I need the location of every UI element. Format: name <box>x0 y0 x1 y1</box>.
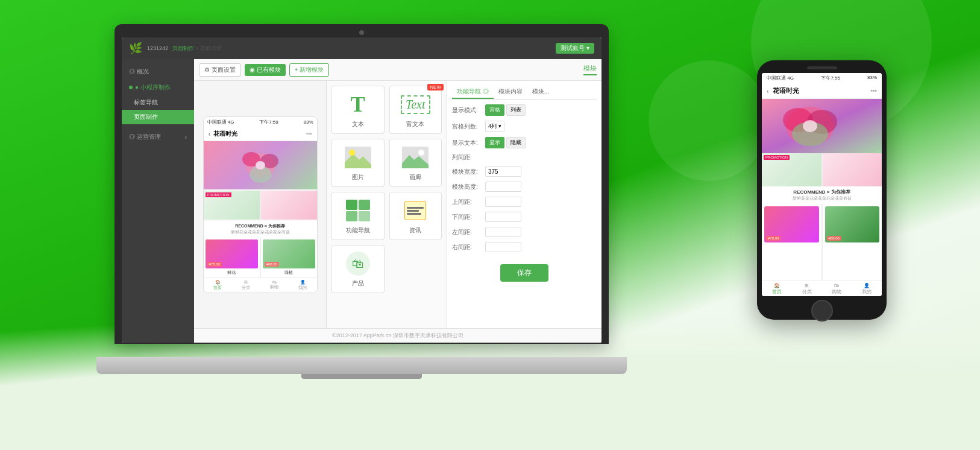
phone-product-cell-1[interactable]: ¥78.00 <box>762 204 821 280</box>
sidebar-section-ops[interactable]: ◎ 运营管理 › <box>122 129 194 145</box>
show-btn[interactable]: 显示 <box>485 137 504 148</box>
cols-select-box[interactable]: 4列 ▾ <box>485 121 504 132</box>
product-bag: 🛍 <box>346 252 370 276</box>
margin-top-input[interactable] <box>485 197 521 207</box>
hide-btn[interactable]: 隐藏 <box>506 137 526 148</box>
preview-tab-me[interactable]: 👤我的 <box>289 280 317 291</box>
product-img-2: ¥68.00 <box>263 239 315 268</box>
page-setting-button[interactable]: ⚙ 页面设置 <box>199 63 241 77</box>
add-module-button[interactable]: + 新增模块 <box>289 63 330 77</box>
account-button[interactable]: 测试账号 ▾ <box>556 43 594 54</box>
footer-text: ©2012-2017 AppPark.cn 深圳市数字天承科技有限公司 <box>332 332 463 340</box>
phone-tab-me[interactable]: 👤我的 <box>852 283 882 295</box>
preview-carrier: 中国联通 4G <box>207 119 234 125</box>
richtext-label: 富文本 <box>406 120 424 128</box>
product-icon: 🛍 <box>345 250 371 277</box>
preview-back-icon[interactable]: ‹ <box>209 130 211 138</box>
properties-tabs: 功能导航 ◎ 模块内容 模块... <box>452 86 597 100</box>
richtext-icon: Text <box>402 91 429 118</box>
margin-left-input[interactable] <box>485 227 521 237</box>
preview-product-1[interactable]: ¥78.00 鲜花 <box>204 238 260 277</box>
margin-bottom-input[interactable] <box>485 212 521 222</box>
phone-tab-cat[interactable]: ⊞分类 <box>792 283 822 295</box>
phone-preview-panel: 中国联通 4G 下午7:59 83% ‹ 花语时光 ••• <box>194 81 327 328</box>
product-label-1: 鲜花 <box>206 270 258 276</box>
bc-step1[interactable]: 页面制作 <box>172 45 194 51</box>
phone-product-cell-2[interactable]: ¥68.00 <box>823 204 882 280</box>
phone-hero-svg <box>762 99 882 153</box>
svg-point-4 <box>256 161 265 170</box>
product-img-1: ¥78.00 <box>206 239 258 268</box>
sidebar-section-overview[interactable]: ◎ 概况 <box>122 64 194 80</box>
preview-nav-bar: ‹ 花语时光 ••• <box>204 127 317 141</box>
row-spacing-label: 列间距: <box>452 153 485 162</box>
content-area: ⚙ 页面设置 ◉ 已有模块 + 新增模块 模块 <box>194 59 602 343</box>
phone-promo-badge: PROMOTION <box>764 155 790 160</box>
preview-tab-cat[interactable]: ⊞分类 <box>232 280 260 291</box>
module-nav[interactable]: 功能导航 <box>331 192 385 240</box>
text-label: 文本 <box>352 120 364 128</box>
phone-promo-sub: 新鲜花朵花朵花朵花朵花朵有益 <box>767 195 877 201</box>
preview-more-icon: ••• <box>306 131 312 137</box>
phone-tab-home[interactable]: 🏠首页 <box>762 283 792 295</box>
sidebar-item-pages[interactable]: 页面制作 <box>122 110 194 124</box>
grid-cols-label: 宫格列数: <box>452 122 485 131</box>
phone-grid-row: PROMOTION <box>762 153 882 186</box>
display-mode-label: 显示模式: <box>452 106 485 115</box>
list-mode-btn[interactable]: 列表 <box>506 104 526 116</box>
product-label: 产品 <box>352 279 364 288</box>
module-height-label: 模块高度: <box>452 183 485 191</box>
prop-tab-function[interactable]: 功能导航 ◎ <box>452 86 494 99</box>
svg-point-7 <box>349 150 355 156</box>
preview-product-2[interactable]: ¥68.00 绿植 <box>261 238 317 277</box>
phone-grid-cell-1: PROMOTION <box>762 153 821 186</box>
price-tag-1: ¥78.00 <box>207 262 222 267</box>
module-image[interactable]: 图片 <box>331 139 385 187</box>
new-badge: NEW <box>427 84 444 90</box>
sidebar-section-miniapp: ● 小程序制作 <box>122 80 194 95</box>
save-button[interactable]: 保存 <box>500 264 548 282</box>
phone-signal: 83% <box>867 75 877 81</box>
phone-price-1: ¥78.00 <box>766 236 781 241</box>
preview-tab-home[interactable]: 🏠首页 <box>204 280 232 291</box>
grid-mode-btn[interactable]: 宫格 <box>485 104 504 116</box>
bc-step2: 页面详情 <box>200 45 222 51</box>
module-product[interactable]: 🛍 产品 <box>331 245 385 293</box>
module-canvas[interactable]: 画廊 <box>389 139 442 187</box>
phone-status-bar: 中国联通 4G 下午7:55 83% <box>762 73 882 83</box>
phone-home-button[interactable] <box>811 300 833 322</box>
prop-tab-content[interactable]: 模块内容 <box>494 86 527 99</box>
module-height-input[interactable] <box>485 182 521 192</box>
preview-tab-cart[interactable]: 🛍购物 <box>260 280 289 291</box>
app-ui: 🌿 1231242 页面制作 > 页面详情 测试账号 ▾ ◎ 概况 <box>122 37 602 343</box>
module-width-input[interactable] <box>485 166 521 177</box>
laptop: 🌿 1231242 页面制作 > 页面详情 测试账号 ▾ ◎ 概况 <box>115 24 609 386</box>
module-news[interactable]: 资讯 <box>389 192 442 240</box>
preview-title: 花语时光 <box>213 130 237 138</box>
laptop-frame: 🌿 1231242 页面制作 > 页面详情 测试账号 ▾ ◎ 概况 <box>115 24 609 344</box>
text-icon: T <box>345 91 371 118</box>
phone-back-icon[interactable]: ‹ <box>767 87 769 95</box>
prop-module-height: 模块高度: <box>452 182 597 192</box>
ops-label: ◎ 运营管理 <box>129 133 161 141</box>
module-width-label: 模块宽度: <box>452 168 485 176</box>
module-tab[interactable]: 模块 <box>583 64 597 75</box>
richtext-T: Text <box>401 95 430 114</box>
module-text[interactable]: T 文本 <box>331 86 385 134</box>
prop-margin-bottom: 下间距: <box>452 212 597 222</box>
content-body: 中国联通 4G 下午7:59 83% ‹ 花语时光 ••• <box>194 81 602 328</box>
sidebar: ◎ 概况 ● 小程序制作 标签导航 页面制作 ◎ 运营管理 › <box>122 59 194 343</box>
deco-circle-2 <box>649 60 769 181</box>
margin-right-input[interactable] <box>485 242 521 252</box>
phone-product-img-2: ¥68.00 <box>825 206 880 242</box>
phone-speaker <box>807 66 837 69</box>
phone-tab-cart[interactable]: 🛍购物 <box>822 283 852 295</box>
prop-tab-module[interactable]: 模块... <box>527 86 554 99</box>
phone-more-icon: ••• <box>870 87 877 94</box>
phone-promo-title: RECOMMEND × 为你推荐 <box>767 189 877 195</box>
sidebar-item-nav[interactable]: 标签导航 <box>122 95 194 110</box>
module-richtext[interactable]: NEW Text 富文本 <box>389 86 442 134</box>
nav-icon <box>345 197 371 224</box>
preview-grid-item-2 <box>261 191 317 220</box>
has-module-button[interactable]: ◉ 已有模块 <box>245 64 286 76</box>
